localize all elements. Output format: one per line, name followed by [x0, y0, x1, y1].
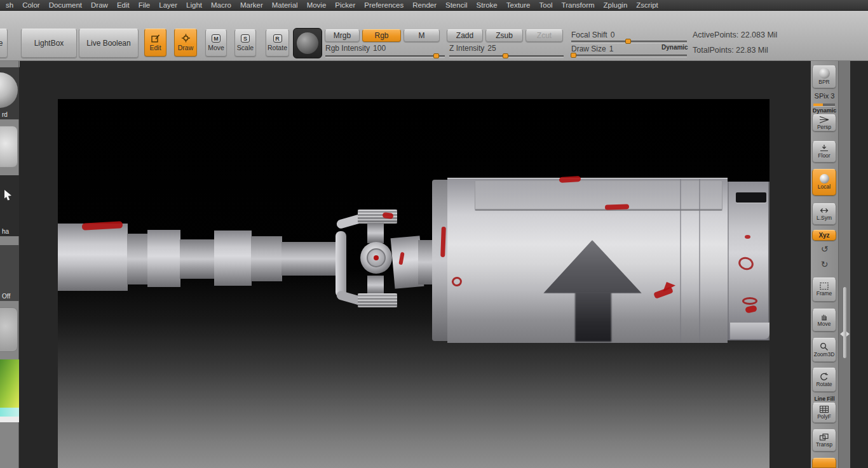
menu-item[interactable]: Layer	[154, 1, 182, 9]
dynamic-persp-label: Dynamic	[811, 107, 838, 114]
z-intensity-value: 25	[487, 44, 496, 53]
polyf-button[interactable]: PolyF	[812, 403, 836, 423]
mrgb-button[interactable]: Mrgb	[325, 29, 360, 42]
slider-marker[interactable]	[625, 39, 631, 44]
partial-bottom-button[interactable]	[812, 458, 836, 468]
focal-shift-label: Focal Shift0	[571, 30, 614, 39]
z-intensity-slider[interactable]	[449, 55, 564, 57]
slider-marker[interactable]	[571, 53, 576, 58]
menu-item[interactable]: Transform	[557, 1, 599, 9]
brush-label: rd	[2, 111, 8, 118]
persp-icon	[819, 116, 829, 124]
menu-item[interactable]: sh	[1, 1, 18, 9]
rotate-canvas-button[interactable]: Rotate	[812, 368, 836, 392]
color-gradient[interactable]	[0, 359, 19, 408]
menu-item[interactable]: Macro	[207, 1, 236, 9]
material-button[interactable]	[293, 28, 322, 58]
model-shaft	[281, 242, 339, 276]
color-picker-partial[interactable]	[0, 359, 19, 427]
rotate-cw-icon[interactable]: ↻	[811, 259, 838, 269]
spix-slider[interactable]	[813, 104, 835, 106]
texture-thumbnail[interactable]: Off	[0, 245, 19, 301]
menu-item[interactable]: Color	[18, 1, 44, 9]
color-swatch-white[interactable]	[0, 417, 19, 422]
live-boolean-button[interactable]: Live Boolean	[79, 29, 139, 58]
zoom3d-button[interactable]: Zoom3D	[812, 338, 836, 362]
material-sphere-icon	[297, 32, 318, 54]
persp-button[interactable]: Persp	[812, 114, 836, 131]
bpr-button[interactable]: BPR	[812, 65, 836, 88]
right-tray-divider[interactable]	[838, 61, 850, 468]
bpr-label: BPR	[818, 79, 829, 85]
model-body-cap-left	[432, 180, 449, 341]
m-button[interactable]: M	[403, 29, 440, 42]
move-canvas-button[interactable]: Move	[812, 309, 836, 331]
menu-item[interactable]: Movie	[302, 1, 331, 9]
model-collar	[214, 231, 252, 286]
rotate-canvas-label: Rotate	[816, 382, 832, 387]
menu-item[interactable]: Draw	[86, 1, 112, 9]
floor-button[interactable]: Floor	[812, 141, 836, 163]
symmetry-arrows-icon	[819, 206, 829, 215]
rgb-intensity-slider[interactable]	[325, 55, 445, 57]
texture-label: Off	[2, 293, 10, 300]
zsub-button[interactable]: Zsub	[485, 29, 523, 42]
xyz-button[interactable]: Xyz	[812, 230, 836, 241]
brush-thumbnail[interactable]: rd	[0, 67, 19, 119]
transp-button[interactable]: Transp	[812, 429, 836, 451]
scale-button[interactable]: S Scale	[234, 29, 256, 57]
menu-item[interactable]: Edit	[112, 1, 134, 9]
partial-button[interactable]: e	[0, 29, 8, 58]
frame-button[interactable]: Frame	[812, 277, 836, 302]
lightbox-button[interactable]: LightBox	[21, 29, 77, 58]
menu-item[interactable]: Stroke	[472, 1, 502, 9]
menu-item[interactable]: Light	[182, 1, 207, 9]
alpha-thumbnail[interactable]: ha	[0, 175, 19, 236]
slider-marker[interactable]	[433, 53, 439, 58]
edit-button[interactable]: Edit	[144, 29, 166, 57]
color-swatch-cyan[interactable]	[0, 408, 19, 417]
focal-shift-slider[interactable]	[571, 41, 687, 43]
document-canvas[interactable]	[58, 99, 770, 468]
menu-item[interactable]: Texture	[502, 1, 535, 9]
top-toolbar: e LightBox Live Boolean Edit Draw M Move	[0, 11, 868, 61]
rgb-button[interactable]: Rgb	[362, 29, 401, 42]
slider-marker[interactable]	[503, 53, 508, 58]
stroke-thumbnail[interactable]	[0, 124, 19, 170]
menu-item[interactable]: Marker	[236, 1, 268, 9]
zcut-button[interactable]: Zcut	[526, 29, 563, 42]
tray-open-left-icon[interactable]	[840, 331, 843, 337]
menu-item[interactable]: Zscript	[632, 1, 663, 9]
menu-item[interactable]: Material	[268, 1, 302, 9]
polyframe-grid-icon	[819, 405, 829, 413]
rgb-intensity-label: Rgb Intensity100	[325, 44, 386, 53]
draw-button[interactable]: Draw	[174, 29, 197, 57]
rgb-intensity-value: 100	[373, 44, 386, 53]
menu-item[interactable]: Stencil	[441, 1, 472, 9]
menu-item[interactable]: Tool	[535, 1, 557, 9]
menubar: sh Color Document Draw Edit File Layer L…	[0, 0, 868, 11]
scale-label: Scale	[237, 44, 254, 51]
model-taper	[251, 236, 282, 281]
crosshair-icon	[181, 34, 191, 43]
menu-item[interactable]: Render	[408, 1, 441, 9]
menu-item[interactable]: File	[134, 1, 155, 9]
move-button[interactable]: M Move	[205, 29, 227, 57]
rotate-button[interactable]: R Rotate	[266, 29, 289, 57]
divider-thumb[interactable]	[843, 287, 846, 358]
draw-size-value: 1	[609, 44, 614, 53]
lsym-button[interactable]: L.Sym	[812, 203, 836, 225]
draw-size-slider[interactable]	[571, 55, 687, 57]
local-button[interactable]: Local	[812, 169, 836, 196]
menu-item[interactable]: Picker	[330, 1, 360, 9]
menu-item[interactable]: Document	[44, 1, 86, 9]
tray-open-right-icon[interactable]	[846, 331, 850, 337]
rotate-ccw-icon[interactable]: ↺	[811, 244, 838, 254]
frame-label: Frame	[817, 291, 832, 297]
menu-item[interactable]: Preferences	[360, 1, 408, 9]
zadd-button[interactable]: Zadd	[447, 29, 483, 42]
rotate-label: Rotate	[268, 44, 287, 51]
menu-item[interactable]: Zplugin	[599, 1, 632, 9]
z-intensity-label: Z Intensity25	[449, 44, 496, 53]
material-thumbnail[interactable]	[0, 306, 19, 354]
